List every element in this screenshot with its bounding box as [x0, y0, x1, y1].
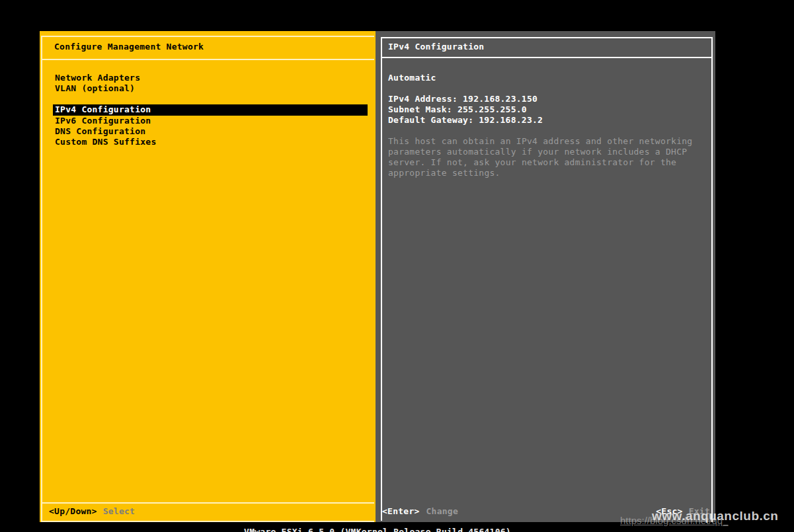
- enter-action-label: Change: [426, 506, 458, 517]
- dcui-window: Configure Management Network Network Ada…: [40, 31, 715, 522]
- dhcp-description-line: parameters automatically if your network…: [388, 147, 692, 157]
- updown-key-hint: <Up/Down>: [49, 506, 97, 517]
- subnet-mask-value: 255.255.255.0: [457, 104, 527, 115]
- menu-item-vlan[interactable]: VLAN (optional): [53, 83, 368, 94]
- right-pane-title: IPv4 Configuration: [388, 42, 484, 52]
- left-pane-title-separator: [41, 59, 374, 60]
- left-pane-border-bottom: [41, 521, 374, 522]
- subnet-mask-row: Subnet Mask: 255.255.255.0: [388, 104, 543, 115]
- ipv4-mode-value: Automatic: [388, 73, 436, 83]
- ipv4-address-value: 192.168.23.150: [463, 94, 537, 104]
- ipv4-configuration-pane: IPv4 Configuration Automatic IPv4 Addres…: [376, 31, 715, 522]
- ipv4-address-label: IPv4 Address:: [388, 94, 457, 104]
- menu-spacer: [53, 94, 368, 104]
- left-pane-border-top: [41, 36, 374, 37]
- watermark-anquanclub: www.anquanclub.cn: [652, 509, 778, 523]
- default-gateway-value: 192.168.23.2: [479, 115, 543, 126]
- left-pane-key-hints: <Up/Down> Select: [49, 506, 135, 517]
- network-menu: Network Adapters VLAN (optional) IPv4 Co…: [53, 73, 368, 147]
- right-pane-border-top: [381, 37, 711, 38]
- right-pane-border-right: [711, 37, 713, 522]
- esxi-version-text: VMware ESXi 6.5.0 (VMKernel Release Buil…: [40, 527, 715, 532]
- menu-item-network-adapters[interactable]: Network Adapters: [53, 73, 368, 83]
- dhcp-description-line: server. If not, ask your network adminis…: [388, 157, 692, 168]
- dhcp-description-line: This host can obtain an IPv4 address and…: [388, 136, 692, 147]
- left-pane-hint-separator: [41, 502, 374, 504]
- menu-item-ipv6-configuration[interactable]: IPv6 Configuration: [53, 116, 368, 126]
- updown-action-label: Select: [103, 506, 135, 517]
- enter-key-hint: <Enter>: [382, 506, 420, 517]
- dhcp-description-line: appropriate settings.: [388, 168, 692, 178]
- ipv4-settings-list: IPv4 Address: 192.168.23.150 Subnet Mask…: [388, 94, 543, 126]
- menu-item-ipv4-configuration[interactable]: IPv4 Configuration: [53, 104, 368, 116]
- default-gateway-label: Default Gateway:: [388, 115, 473, 126]
- dhcp-description: This host can obtain an IPv4 address and…: [388, 136, 692, 178]
- right-pane-title-separator: [381, 57, 711, 58]
- subnet-mask-label: Subnet Mask:: [388, 104, 452, 115]
- right-pane-border-left: [381, 37, 382, 521]
- ipv4-address-row: IPv4 Address: 192.168.23.150: [388, 94, 543, 104]
- menu-item-dns-configuration[interactable]: DNS Configuration: [53, 126, 368, 137]
- default-gateway-row: Default Gateway: 192.168.23.2: [388, 115, 543, 126]
- enter-key-hints: <Enter> Change: [382, 506, 458, 517]
- configure-management-network-pane: Configure Management Network Network Ada…: [40, 31, 376, 522]
- left-pane-border-left: [41, 36, 42, 522]
- menu-item-custom-dns-suffixes[interactable]: Custom DNS Suffixes: [53, 137, 368, 147]
- left-pane-title: Configure Management Network: [54, 42, 204, 52]
